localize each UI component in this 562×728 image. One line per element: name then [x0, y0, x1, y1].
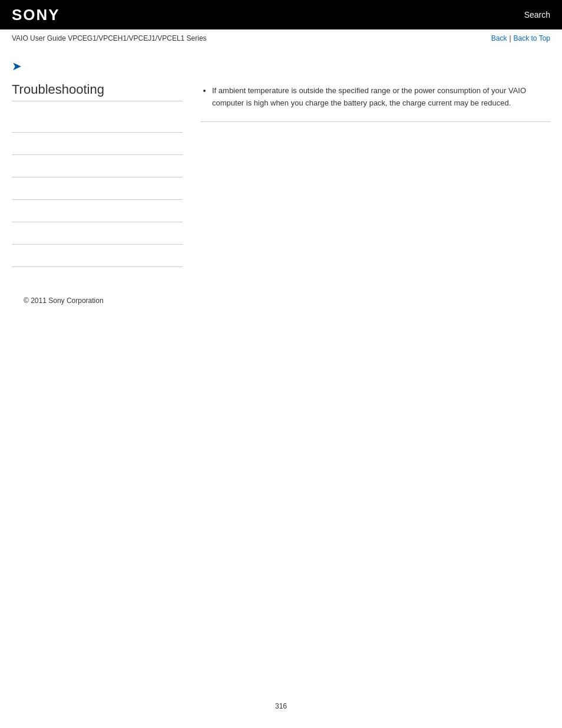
back-link[interactable]: Back	[491, 34, 507, 42]
search-button[interactable]: Search	[524, 10, 550, 19]
sidebar-link-6[interactable]	[12, 222, 183, 245]
chevron-right-icon: ➤	[12, 59, 550, 73]
sidebar-link-1[interactable]	[12, 110, 183, 133]
left-sidebar: Troubleshooting	[12, 82, 183, 267]
sony-logo: SONY	[12, 6, 60, 24]
nav-links: Back | Back to Top	[491, 34, 550, 42]
content-bullet-item: If ambient temperature is outside the sp…	[212, 85, 550, 110]
sidebar-link-2[interactable]	[12, 133, 183, 155]
sidebar-link-3[interactable]	[12, 155, 183, 177]
main-content: ➤ Troubleshooting If ambient temperature…	[0, 47, 562, 328]
sidebar-link-4[interactable]	[12, 177, 183, 200]
footer: © 2011 Sony Corporation	[12, 285, 550, 317]
content-divider	[200, 121, 550, 122]
sidebar-links	[12, 110, 183, 267]
content-layout: Troubleshooting If ambient temperature i…	[12, 82, 550, 267]
sidebar-link-5[interactable]	[12, 200, 183, 222]
header: SONY Search	[0, 0, 562, 29]
nav-bar: VAIO User Guide VPCEG1/VPCEH1/VPCEJ1/VPC…	[0, 29, 562, 47]
page-number: 316	[0, 702, 562, 710]
content-list: If ambient temperature is outside the sp…	[200, 85, 550, 110]
sidebar-title: Troubleshooting	[12, 82, 183, 101]
right-content: If ambient temperature is outside the sp…	[200, 82, 550, 267]
guide-title: VAIO User Guide VPCEG1/VPCEH1/VPCEJ1/VPC…	[12, 34, 207, 42]
sidebar-link-7[interactable]	[12, 245, 183, 267]
nav-separator: |	[509, 34, 511, 42]
copyright-text: © 2011 Sony Corporation	[24, 297, 104, 305]
back-to-top-link[interactable]: Back to Top	[514, 34, 550, 42]
